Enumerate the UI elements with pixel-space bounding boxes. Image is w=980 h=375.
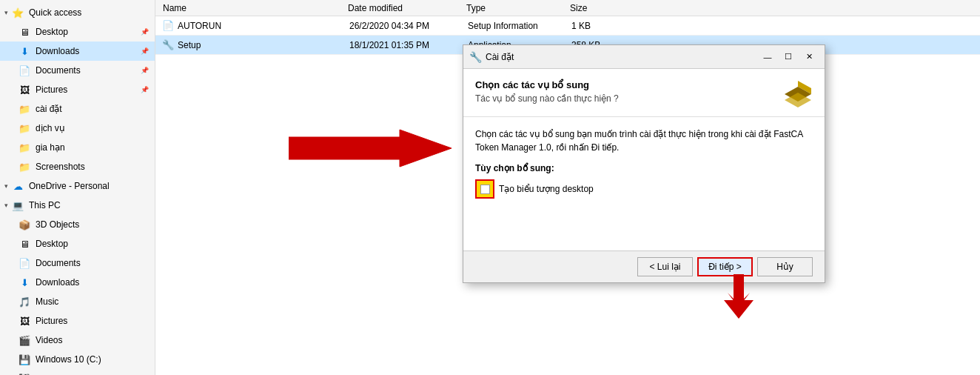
desktop-icon: 🖥 [18, 237, 31, 250]
sidebar-item-data-d[interactable]: 💾 data (D:) [0, 369, 155, 375]
folder-icon: 📁 [18, 141, 31, 154]
dialog-header-text: Chọn các tác vụ bổ sung Tác vụ bổ sung n… [475, 79, 619, 104]
dialog: 🔧 Cài đặt — ☐ ✕ Chọn các tác vụ bổ sung … [463, 44, 825, 283]
sidebar-item-pictures-pc[interactable]: 🖼 Pictures [0, 311, 155, 331]
dialog-subheading: Tác vụ bổ sung nào cần thực hiện ? [475, 93, 619, 104]
dialog-body: Chọn các tác vụ bổ sung bạn muốn trình c… [463, 117, 825, 250]
file-size: 1 KB [571, 21, 631, 31]
pin-icon: 📌 [141, 86, 149, 93]
sidebar-item-music[interactable]: 🎵 Music [0, 292, 155, 311]
sidebar-item-videos[interactable]: 🎬 Videos [0, 331, 155, 350]
file-list-header: Name Date modified Type Size [155, 0, 980, 16]
chevron-icon: ▾ [4, 202, 8, 209]
sidebar-item-documents-qa[interactable]: 📄 Documents 📌 [0, 61, 155, 80]
dialog-title-icon: 🔧 [469, 51, 481, 63]
sidebar-item-downloads-qa[interactable]: ⬇ Downloads 📌 [0, 42, 155, 61]
sidebar-item-desktop-qa[interactable]: 🖥 Desktop 📌 [0, 22, 155, 42]
dialog-controls: — ☐ ✕ [758, 49, 819, 65]
computer-icon: 💻 [11, 199, 24, 212]
sidebar-item-screenshots[interactable]: 📁 Screenshots [0, 157, 155, 176]
pin-icon: 📌 [141, 67, 149, 74]
dialog-footer: < Lui lại Đi tiếp > Hủy [463, 250, 825, 282]
dialog-titlebar[interactable]: 🔧 Cài đặt — ☐ ✕ [463, 45, 825, 69]
file-name: AUTORUN [178, 21, 349, 31]
pictures-icon: 🖼 [18, 314, 31, 328]
close-button[interactable]: ✕ [799, 49, 819, 65]
file-type: Setup Information [468, 21, 571, 31]
dialog-title: Cài đặt [486, 52, 758, 62]
next-button[interactable]: Đi tiếp > [697, 257, 753, 276]
table-row[interactable]: 📄 AUTORUN 26/2/2020 04:34 PM Setup Infor… [155, 16, 980, 36]
drive-icon: 💾 [18, 372, 31, 375]
chevron-icon: ▾ [4, 9, 8, 16]
column-date[interactable]: Date modified [348, 3, 466, 13]
folder-icon: 📁 [18, 122, 31, 135]
pictures-icon: 🖼 [18, 83, 31, 96]
sidebar-item-windows-c[interactable]: 💾 Windows 10 (C:) [0, 350, 155, 369]
maximize-button[interactable]: ☐ [779, 49, 798, 65]
onedrive-icon: ☁ [11, 179, 24, 193]
sidebar: ▾ ⭐ Quick access 🖥 Desktop 📌 ⬇ Downloads… [0, 0, 155, 375]
folder-icon: 📁 [18, 102, 31, 116]
music-icon: 🎵 [18, 295, 31, 308]
sidebar-item-dichvu[interactable]: 📁 dịch vụ [0, 119, 155, 138]
sidebar-item-giahan[interactable]: 📁 gia hạn [0, 138, 155, 157]
dialog-section-title: Tùy chọn bổ sung: [475, 163, 813, 173]
quickaccess-label: Quick access [29, 7, 81, 18]
checkbox-label: Tạo biểu tượng desktop [499, 184, 594, 194]
videos-icon: 🎬 [18, 333, 31, 347]
sidebar-thispc[interactable]: ▾ 💻 This PC [0, 196, 155, 215]
dialog-heading: Chọn các tác vụ bổ sung [475, 79, 619, 90]
checkbox-desktop-icon[interactable] [475, 179, 494, 199]
sidebar-item-caidat[interactable]: 📁 cài đặt [0, 99, 155, 119]
sidebar-item-pictures-qa[interactable]: 🖼 Pictures 📌 [0, 80, 155, 99]
downloads-icon: ⬇ [18, 276, 31, 289]
sidebar-item-downloads-pc[interactable]: ⬇ Downloads [0, 273, 155, 292]
checkbox-row[interactable]: Tạo biểu tượng desktop [475, 179, 813, 199]
downloads-icon: ⬇ [18, 44, 31, 58]
minimize-button[interactable]: — [758, 49, 777, 65]
file-date: 26/2/2020 04:34 PM [349, 21, 468, 31]
documents-icon: 📄 [18, 64, 31, 77]
file-date: 18/1/2021 01:35 PM [349, 40, 468, 50]
sidebar-onedrive[interactable]: ▾ ☁ OneDrive - Personal [0, 176, 155, 196]
dialog-header: Chọn các tác vụ bổ sung Tác vụ bổ sung n… [463, 69, 825, 117]
sidebar-item-3dobjects[interactable]: 📦 3D Objects [0, 215, 155, 234]
main-area: Name Date modified Type Size 📄 AUTORUN 2… [155, 0, 980, 375]
drive-icon: 💾 [18, 353, 31, 366]
cancel-button[interactable]: Hủy [757, 257, 813, 276]
setup-icon: 🔧 [161, 39, 175, 52]
sidebar-item-desktop-pc[interactable]: 🖥 Desktop [0, 234, 155, 253]
column-name[interactable]: Name [155, 3, 348, 13]
dialog-description: Chọn các tác vụ bổ sung bạn muốn trình c… [475, 127, 813, 154]
back-button[interactable]: < Lui lại [637, 257, 693, 276]
dialog-logo [783, 79, 813, 109]
pin-icon: 📌 [141, 47, 149, 55]
file-icon: 📄 [161, 19, 175, 33]
column-size[interactable]: Size [570, 3, 629, 13]
star-icon: ⭐ [11, 6, 24, 19]
folder-icon: 📁 [18, 160, 31, 173]
column-type[interactable]: Type [466, 3, 570, 13]
checkbox-inner [480, 185, 490, 194]
pin-icon: 📌 [141, 28, 149, 36]
3dobjects-icon: 📦 [18, 218, 31, 231]
documents-icon: 📄 [18, 256, 31, 270]
file-name: Setup [178, 40, 349, 50]
svg-marker-0 [289, 130, 452, 167]
desktop-icon: 🖥 [18, 25, 31, 39]
annotation-arrow-right [289, 126, 452, 173]
chevron-icon: ▾ [4, 182, 8, 190]
sidebar-item-documents-pc[interactable]: 📄 Documents [0, 253, 155, 273]
sidebar-quickaccess-header[interactable]: ▾ ⭐ Quick access [0, 3, 155, 22]
